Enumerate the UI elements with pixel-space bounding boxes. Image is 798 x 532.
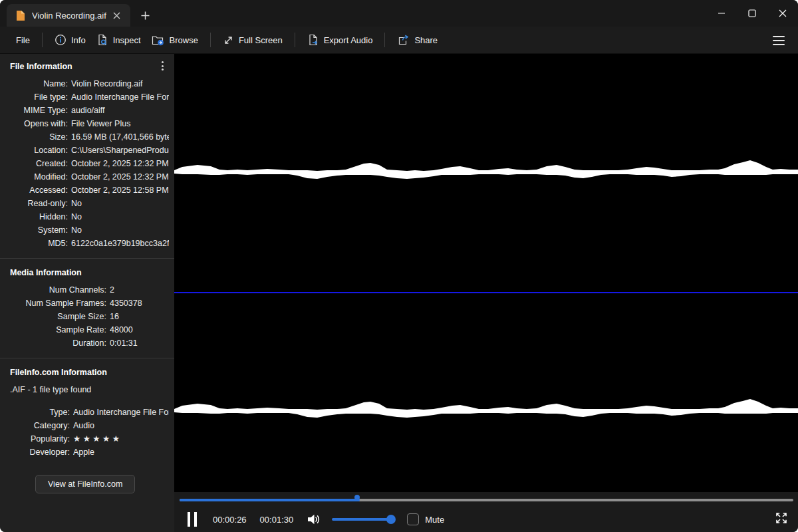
player-controls: 00:00:26 00:01:30 Mute: [186, 510, 444, 529]
browse-icon: [152, 34, 165, 46]
toolbar: File Info Inspect Br: [0, 27, 798, 54]
info-row: Num Channels:2: [10, 283, 169, 297]
info-row: File type:Audio Interchange File Form...: [10, 90, 169, 104]
export-audio-button-label: Export Audio: [324, 35, 373, 45]
section-title: FileInfo.com Information: [10, 368, 169, 377]
tab-title: Violin Recording.aif: [32, 11, 109, 21]
info-button-label: Info: [71, 35, 86, 45]
share-icon: [397, 34, 410, 46]
info-row: Developer:Apple: [10, 446, 169, 459]
window-controls: [706, 0, 798, 27]
full-screen-button[interactable]: Full Screen: [217, 31, 288, 50]
sidebar-options-button[interactable]: [156, 59, 169, 73]
info-row: Popularity:★ ★ ★ ★ ★: [10, 432, 169, 446]
expand-icon: [774, 511, 789, 525]
media-information-section: Media Information Num Channels:2 Num Sam…: [0, 260, 174, 356]
export-audio-icon: [307, 34, 319, 46]
waveform-display: [174, 54, 798, 492]
share-button-label: Share: [414, 35, 438, 45]
share-button[interactable]: Share: [392, 30, 443, 50]
toolbar-separator: [42, 33, 43, 47]
close-button[interactable]: [767, 0, 798, 27]
minimize-button[interactable]: [706, 0, 737, 27]
info-row: Sample Size:16: [10, 310, 169, 323]
info-row: Read-only:No: [10, 197, 169, 210]
info-row: Opens with:File Viewer Plus: [10, 117, 169, 130]
pause-icon: [188, 512, 190, 527]
sidebar: File Information Name:Violin Recording.a…: [0, 54, 174, 532]
player-bar: 00:00:26 00:01:30 Mute: [174, 492, 798, 532]
plus-icon: [141, 11, 150, 20]
info-row: Size:16.59 MB (17,401,566 bytes): [10, 130, 169, 144]
file-menu[interactable]: File: [11, 31, 35, 49]
document-tab[interactable]: Violin Recording.aif: [7, 4, 130, 27]
info-row: Sample Rate:48000: [10, 323, 169, 336]
close-icon: [779, 9, 787, 17]
total-duration: 00:01:30: [260, 515, 294, 525]
toolbar-separator: [295, 33, 295, 47]
inspect-button[interactable]: Inspect: [91, 30, 146, 50]
waveform-channel-left: [174, 160, 798, 179]
view-at-fileinfo-button[interactable]: View at FileInfo.com: [35, 475, 135, 493]
tab-close-icon[interactable]: [109, 8, 124, 23]
pause-button[interactable]: [186, 511, 198, 528]
info-row: Duration:0:01:31: [10, 336, 169, 350]
section-title: Media Information: [10, 268, 169, 277]
volume-button[interactable]: [307, 513, 321, 526]
hamburger-icon: [773, 36, 785, 37]
file-information-section: File Information Name:Violin Recording.a…: [0, 54, 174, 257]
file-icon: [16, 10, 25, 21]
info-row: Location:C:\Users\SharpenedProducti...: [10, 144, 169, 157]
info-icon: [55, 34, 66, 46]
info-row: Type:Audio Interchange File Format: [10, 406, 169, 419]
menu-button[interactable]: [769, 32, 789, 49]
file-menu-label: File: [16, 35, 30, 45]
volume-slider[interactable]: [332, 518, 395, 521]
section-title: File Information: [10, 62, 169, 71]
info-row: Num Sample Frames:4350378: [10, 297, 169, 310]
full-screen-icon: [223, 35, 234, 46]
section-divider: [0, 258, 174, 259]
maximize-button[interactable]: [737, 0, 767, 27]
waveform-channel-right: [174, 399, 798, 418]
info-row: Category:Audio: [10, 419, 169, 432]
info-row: System:No: [10, 223, 169, 237]
current-time: 00:00:26: [213, 515, 247, 525]
section-divider: [0, 358, 174, 358]
mute-label: Mute: [425, 515, 444, 525]
channel-divider-line: [174, 292, 798, 293]
seek-bar[interactable]: [180, 499, 793, 501]
waveform-svg: [174, 54, 798, 492]
export-audio-button[interactable]: Export Audio: [302, 30, 378, 50]
info-row: Modified:October 2, 2025 12:32 PM: [10, 170, 169, 184]
info-row: MD5:6122c0a1e379b19bcc3a2fd1d...: [10, 237, 169, 250]
info-row: Accessed:October 2, 2025 12:58 PM: [10, 184, 169, 197]
toolbar-separator: [210, 33, 211, 47]
inspect-button-label: Inspect: [113, 35, 141, 45]
browse-button-label: Browse: [170, 35, 198, 45]
info-row: Name:Violin Recording.aif: [10, 77, 169, 90]
app-window: Violin Recording.aif File: [0, 0, 798, 532]
new-tab-button[interactable]: [137, 7, 153, 23]
browse-button[interactable]: Browse: [146, 30, 203, 50]
info-row: Created:October 2, 2025 12:32 PM: [10, 157, 169, 170]
minimize-icon: [718, 9, 726, 17]
fileinfo-information-section: FileInfo.com Information .AIF - 1 file t…: [0, 360, 174, 500]
seek-progress-fill: [180, 499, 360, 501]
inspect-icon: [96, 34, 108, 46]
fileinfo-subtitle: .AIF - 1 file type found: [10, 383, 169, 396]
info-row: Hidden:No: [10, 210, 169, 223]
info-button[interactable]: Info: [49, 30, 91, 50]
titlebar: Violin Recording.aif: [0, 0, 798, 27]
kebab-icon: [162, 61, 164, 63]
maximize-icon: [748, 9, 756, 17]
full-screen-button-label: Full Screen: [239, 35, 283, 45]
mute-checkbox[interactable]: [407, 513, 419, 525]
speaker-icon: [307, 513, 321, 526]
volume-thumb[interactable]: [386, 515, 396, 524]
toolbar-separator: [384, 33, 385, 47]
info-row: MIME Type:audio/aiff: [10, 104, 169, 117]
fullscreen-button[interactable]: [774, 511, 789, 525]
